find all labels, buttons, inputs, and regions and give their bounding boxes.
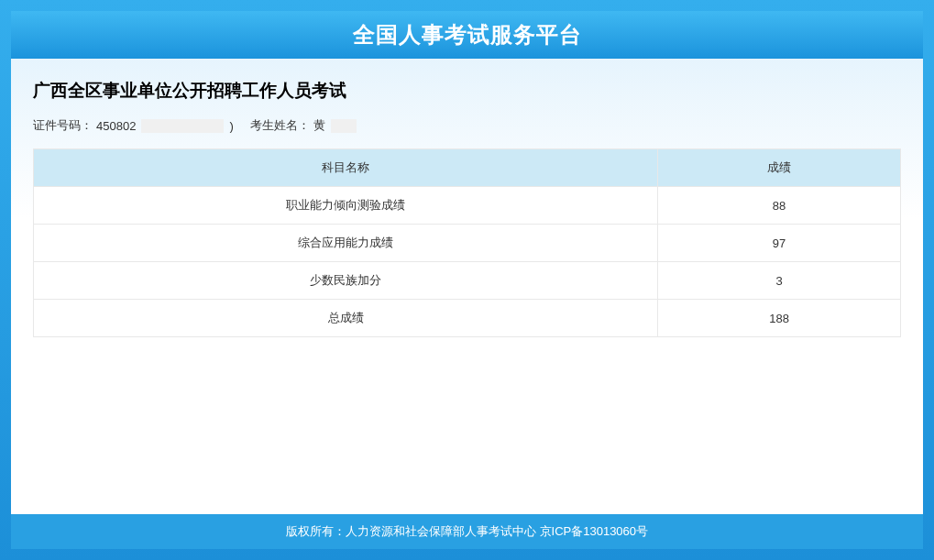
footer-copyright: 版权所有：人力资源和社会保障部人事考试中心 京ICP备13013060号 xyxy=(286,523,648,540)
cell-score: 88 xyxy=(658,187,901,225)
cell-score: 3 xyxy=(658,262,901,300)
id-label: 证件号码： xyxy=(33,117,93,134)
header-score: 成绩 xyxy=(658,149,901,187)
site-title: 全国人事考试服务平台 xyxy=(353,20,582,49)
exam-title: 广西全区事业单位公开招聘工作人员考试 xyxy=(11,59,923,117)
table-row: 综合应用能力成绩 97 xyxy=(34,225,901,262)
footer-bar: 版权所有：人力资源和社会保障部人事考试中心 京ICP备13013060号 xyxy=(11,514,923,549)
cell-score: 97 xyxy=(658,225,901,262)
layout-wrapper: 全国人事考试服务平台 广西全区事业单位公开招聘工作人员考试 证件号码： 4508… xyxy=(11,11,923,549)
name-redacted xyxy=(331,119,357,133)
outer-frame: 全国人事考试服务平台 广西全区事业单位公开招聘工作人员考试 证件号码： 4508… xyxy=(0,0,934,560)
main-content-block: 广西全区事业单位公开招聘工作人员考试 证件号码： 450802 ) 考生姓名： … xyxy=(11,59,923,514)
candidate-info-row: 证件号码： 450802 ) 考生姓名： 黄 xyxy=(11,117,923,148)
name-label: 考生姓名： xyxy=(250,117,310,134)
cell-score: 188 xyxy=(658,300,901,337)
id-value-prefix: 450802 xyxy=(96,119,136,133)
table-row: 少数民族加分 3 xyxy=(34,262,901,300)
header-banner: 全国人事考试服务平台 xyxy=(11,11,923,59)
cell-subject: 总成绩 xyxy=(34,300,658,337)
name-value: 黄 xyxy=(313,117,325,134)
id-value-suffix: ) xyxy=(229,119,233,133)
content-area: 广西全区事业单位公开招聘工作人员考试 证件号码： 450802 ) 考生姓名： … xyxy=(11,59,923,514)
score-table: 科目名称 成绩 职业能力倾向测验成绩 88 综合应用能力成绩 97 xyxy=(33,148,901,337)
cell-subject: 少数民族加分 xyxy=(34,262,658,300)
table-row: 总成绩 188 xyxy=(34,300,901,337)
id-redacted xyxy=(141,119,224,133)
header-subject: 科目名称 xyxy=(34,149,658,187)
table-header-row: 科目名称 成绩 xyxy=(34,149,901,187)
cell-subject: 职业能力倾向测验成绩 xyxy=(34,187,658,225)
table-row: 职业能力倾向测验成绩 88 xyxy=(34,187,901,225)
cell-subject: 综合应用能力成绩 xyxy=(34,225,658,262)
